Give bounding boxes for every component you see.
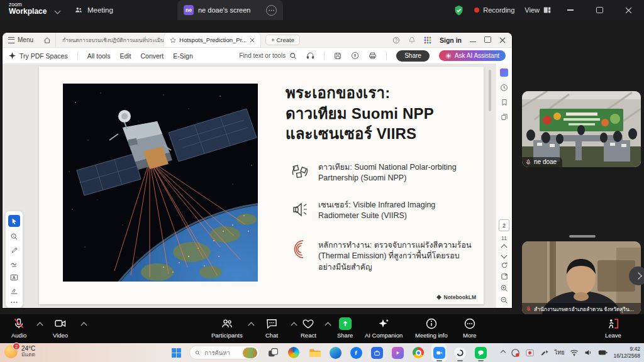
rotate-icon[interactable] xyxy=(501,261,508,269)
facebook-button[interactable] xyxy=(348,344,364,361)
tab-meeting[interactable]: Meeting xyxy=(74,0,113,20)
notifications-bell-icon[interactable] xyxy=(408,36,416,44)
pages-icon[interactable] xyxy=(501,113,508,121)
ai-companion-button[interactable]: AI Companion xyxy=(365,317,402,339)
save-icon[interactable] xyxy=(334,52,341,60)
video-thumbnail-room[interactable]: ne doae xyxy=(522,91,641,167)
video-thumbnail-speaker[interactable]: สำนักงานเกษตรอำเภอลำดวน จังหวัดสุริน... xyxy=(522,241,641,315)
zoom-out-icon[interactable] xyxy=(500,296,508,304)
tab-shared-screen[interactable]: ne ne doae's screen xyxy=(177,0,283,20)
next-participants-button[interactable] xyxy=(629,266,644,285)
task-view-button[interactable] xyxy=(265,344,280,361)
tab-options-icon[interactable] xyxy=(266,5,277,16)
view-button[interactable]: View xyxy=(525,6,551,14)
chrome-button[interactable] xyxy=(411,344,426,361)
react-options-chevron[interactable] xyxy=(325,322,331,329)
ai-assistant-icon[interactable] xyxy=(500,69,508,77)
bookmark-icon[interactable] xyxy=(501,99,508,106)
upload-cloud-icon[interactable] xyxy=(351,52,359,60)
edge-button[interactable] xyxy=(328,344,343,361)
panel-drag-handle[interactable] xyxy=(569,235,596,238)
search-highlight-thumbnail[interactable] xyxy=(243,348,257,358)
leave-button[interactable]: Leave xyxy=(605,317,621,339)
ask-ai-assistant-button[interactable]: Ask AI Assistant xyxy=(439,50,506,61)
text-box-tool[interactable] xyxy=(10,273,18,282)
find-tools-button[interactable]: Find text or tools xyxy=(239,52,297,60)
pdf-menu-button[interactable]: Menu xyxy=(3,36,39,43)
recorder-tray-icon[interactable] xyxy=(511,348,520,358)
all-tools-button[interactable]: All tools xyxy=(87,52,111,60)
chat-options-chevron[interactable] xyxy=(291,322,297,329)
meeting-info-button[interactable]: Meeting info xyxy=(415,317,448,339)
video-button[interactable]: Video xyxy=(53,317,68,339)
pdf-close-button[interactable] xyxy=(499,37,506,43)
more-tools-icon[interactable] xyxy=(11,301,18,304)
home-icon[interactable] xyxy=(39,36,55,44)
obs-app-button[interactable] xyxy=(452,344,467,361)
print-icon[interactable] xyxy=(369,52,377,60)
window-maximize-button[interactable] xyxy=(590,0,609,20)
pdf-minimize-button[interactable] xyxy=(470,36,476,43)
create-button[interactable]: + Create xyxy=(265,35,300,45)
video-options-chevron[interactable] xyxy=(81,322,87,329)
more-button[interactable]: More xyxy=(463,317,477,339)
store-button[interactable] xyxy=(369,344,384,361)
view-label: View xyxy=(525,6,540,14)
apps-grid-icon[interactable] xyxy=(424,36,431,44)
page-number-input[interactable]: 2 xyxy=(499,219,509,231)
signature-tool[interactable] xyxy=(10,287,18,295)
audio-options-chevron[interactable] xyxy=(37,322,43,329)
pdf-document-tab-1[interactable]: กำหนดการอบรมเชิงปฏิบัติการแผนที่ประเมิน … xyxy=(55,33,164,47)
recording-indicator[interactable]: Recording xyxy=(474,6,514,14)
audio-button[interactable]: Audio xyxy=(11,317,26,339)
page-up-icon[interactable] xyxy=(501,244,508,251)
pdf-document-tab-2[interactable]: Hotspots_Prediction_Pr... xyxy=(164,33,260,47)
chat-button[interactable]: Chat xyxy=(265,317,278,339)
pen-input-tray-icon[interactable] xyxy=(540,349,549,357)
taskbar-search[interactable] xyxy=(189,346,260,359)
sign-in-button[interactable]: Sign in xyxy=(440,36,462,44)
participants-button[interactable]: Participants xyxy=(211,317,243,339)
search-input[interactable] xyxy=(203,349,240,357)
help-icon[interactable] xyxy=(392,36,400,44)
page-down-icon[interactable] xyxy=(501,253,508,259)
window-close-button[interactable] xyxy=(619,0,638,20)
taskbar-clock[interactable]: 9:42 16/12/2568 xyxy=(613,346,640,359)
react-label: React xyxy=(301,332,316,339)
clipchamp-button[interactable] xyxy=(390,344,405,361)
start-button[interactable] xyxy=(169,344,184,361)
language-indicator[interactable]: ไทย xyxy=(555,348,565,357)
line-app-button[interactable] xyxy=(473,344,488,361)
pdf-share-button[interactable]: Share xyxy=(396,50,430,62)
zoom-in-icon[interactable] xyxy=(500,284,508,292)
highlighter-tool[interactable] xyxy=(10,260,18,268)
read-aloud-icon[interactable] xyxy=(306,52,314,60)
copilot-button[interactable] xyxy=(286,344,301,361)
loupe-tool[interactable] xyxy=(10,233,18,241)
tab-close-icon[interactable] xyxy=(250,38,255,43)
screen-record-tray-icon[interactable] xyxy=(526,349,534,357)
file-explorer-button[interactable] xyxy=(307,344,322,361)
edit-button[interactable]: Edit xyxy=(119,52,131,60)
share-screen-button[interactable]: Share xyxy=(337,317,353,339)
esign-button[interactable]: E-Sign xyxy=(173,52,193,60)
participants-options-chevron[interactable] xyxy=(248,322,255,329)
pen-tool[interactable] xyxy=(11,246,18,254)
star-icon[interactable] xyxy=(170,37,176,43)
zoom-app-button[interactable] xyxy=(431,344,447,361)
battery-icon[interactable] xyxy=(598,349,608,356)
react-button[interactable]: React xyxy=(301,317,316,339)
convert-button[interactable]: Convert xyxy=(141,52,164,60)
pdf-spaces-button[interactable]: Try PDF Spaces xyxy=(9,52,68,60)
window-minimize-button[interactable] xyxy=(561,0,580,20)
page-scrollbar[interactable] xyxy=(489,70,491,111)
pdf-maximize-button[interactable] xyxy=(484,36,491,44)
tray-expand-chevron[interactable] xyxy=(500,350,505,355)
history-clock-icon[interactable] xyxy=(500,84,508,92)
select-cursor-tool[interactable] xyxy=(8,215,20,227)
chevron-down-icon[interactable] xyxy=(55,8,61,14)
fit-page-icon[interactable] xyxy=(501,273,508,280)
wifi-icon[interactable] xyxy=(570,349,579,356)
volume-icon[interactable] xyxy=(584,349,592,356)
weather-widget[interactable]: 2 24°C มีแดด xyxy=(4,345,35,358)
